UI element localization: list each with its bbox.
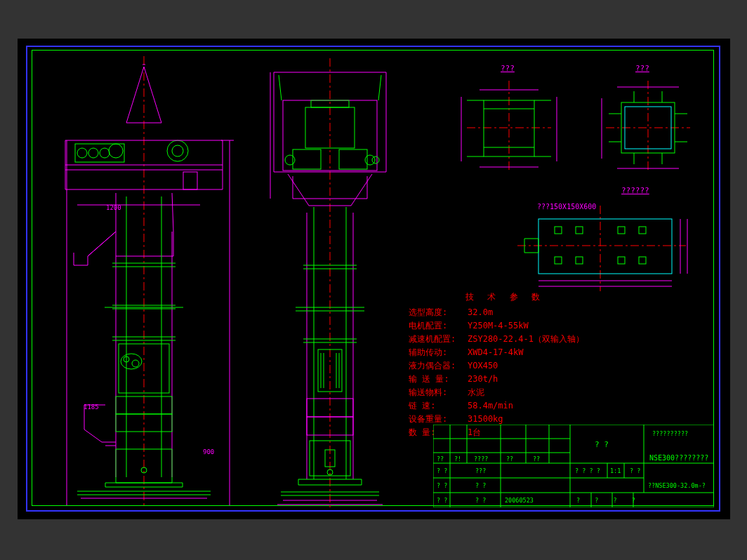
detail-2-title: ??? — [635, 64, 649, 73]
svg-rect-83 — [618, 227, 625, 234]
svg-rect-87 — [618, 257, 625, 264]
dim-1200: 1200 — [106, 204, 121, 211]
detail-1-title: ??? — [501, 64, 515, 73]
tech-parameters: 技 术 参 数 选型高度:32.0m 电机配置:Y250M-4-55kW 减速机… — [407, 291, 586, 440]
detail-top-2 — [593, 77, 702, 182]
svg-point-21 — [132, 360, 139, 367]
svg-rect-84 — [639, 227, 646, 234]
detail-3-title: ?????? — [621, 186, 649, 195]
svg-point-38 — [285, 155, 295, 165]
detail-baseplate — [509, 204, 706, 298]
dim-900: 900 — [203, 448, 214, 455]
svg-point-4 — [88, 148, 98, 158]
svg-rect-82 — [576, 227, 583, 234]
svg-rect-36 — [293, 149, 321, 169]
svg-rect-86 — [576, 257, 583, 264]
svg-point-6 — [109, 144, 123, 158]
params-title: 技 术 参 数 — [407, 291, 586, 303]
left-elevation — [46, 56, 242, 512]
svg-point-5 — [100, 148, 110, 158]
svg-point-8 — [167, 140, 188, 161]
svg-rect-88 — [639, 257, 646, 264]
svg-point-3 — [77, 148, 87, 158]
steel-spec: ???150X150X600 — [537, 203, 596, 211]
svg-rect-81 — [555, 227, 562, 234]
dim-1185: 1185 — [84, 404, 99, 411]
detail-top-1 — [453, 77, 565, 182]
svg-point-40 — [372, 156, 379, 164]
svg-rect-10 — [183, 172, 197, 189]
right-elevation — [256, 58, 404, 514]
svg-rect-80 — [538, 219, 672, 274]
svg-rect-37 — [339, 149, 367, 169]
svg-point-9 — [172, 145, 183, 156]
title-block: ?? ?! ???? ?? ?? ? ? ??? ? ? ? ? ? ? ? ?… — [433, 425, 714, 507]
svg-rect-85 — [555, 257, 562, 264]
svg-point-39 — [365, 155, 375, 165]
